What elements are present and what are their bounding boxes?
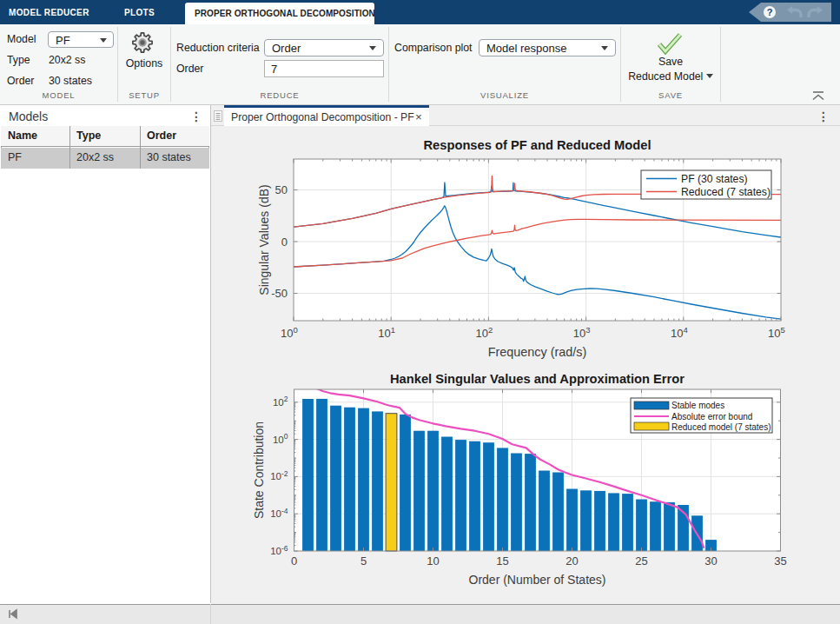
svg-text:Order (Number of States): Order (Number of States): [469, 573, 606, 587]
svg-text:Responses of PF and Reduced Mo: Responses of PF and Reduced Model: [424, 138, 651, 152]
svg-text:Hankel Singular Values and App: Hankel Singular Values and Approximation…: [390, 372, 685, 386]
svg-text:Stable modes: Stable modes: [671, 401, 724, 410]
svg-text:30: 30: [704, 554, 717, 568]
svg-text:Singular Values (dB): Singular Values (dB): [257, 184, 271, 295]
svg-text:5: 5: [360, 554, 367, 568]
svg-text:0: 0: [291, 554, 297, 568]
svg-text:35: 35: [774, 554, 786, 568]
svg-text:10: 10: [427, 554, 439, 568]
svg-text:50: 50: [275, 183, 288, 196]
svg-text:15: 15: [496, 554, 508, 568]
svg-text:Reduced model (7 states): Reduced model (7 states): [671, 422, 771, 432]
svg-text:Reduced (7 states): Reduced (7 states): [681, 186, 771, 198]
svg-text:25: 25: [635, 554, 647, 568]
svg-text:20: 20: [566, 554, 578, 568]
svg-text:State Contribution: State Contribution: [252, 422, 266, 519]
svg-text:Absolute error bound: Absolute error bound: [671, 412, 752, 422]
svg-text:-50: -50: [271, 287, 288, 300]
svg-text:Frequency (rad/s): Frequency (rad/s): [488, 345, 587, 359]
svg-text:PF (30 states): PF (30 states): [681, 173, 748, 185]
svg-text:0: 0: [281, 236, 288, 249]
